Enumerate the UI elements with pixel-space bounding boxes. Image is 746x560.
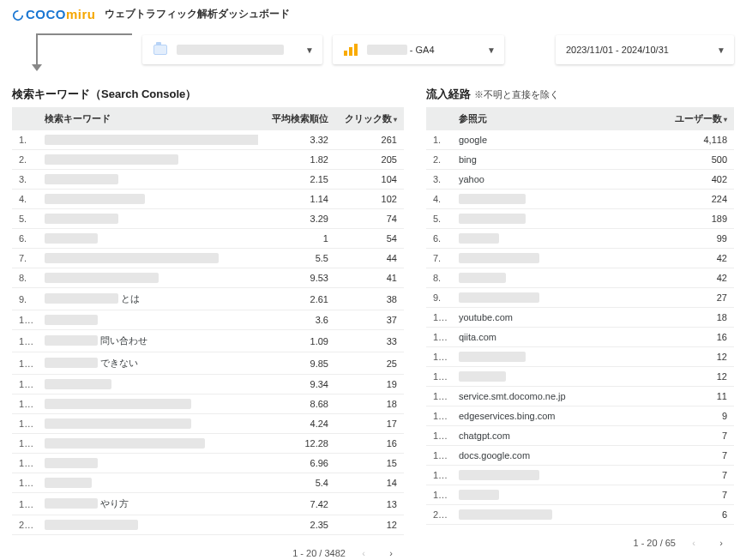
row-clicks: 104: [335, 170, 404, 190]
row-index: 19.: [12, 493, 38, 515]
row-clicks: 14: [335, 473, 404, 493]
table-row[interactable]: 14.██████████████████████8.6818: [12, 394, 404, 414]
table-row[interactable]: 14.service.smt.docomo.ne.jp11: [426, 387, 734, 406]
panel-subnote: ※不明と直接を除く: [474, 89, 559, 99]
table-row[interactable]: 18.████████████7: [426, 466, 734, 485]
row-index: 18.: [12, 473, 38, 493]
table-row[interactable]: 8.███████42: [426, 268, 734, 288]
col-keyword[interactable]: 検索キーワード: [38, 107, 258, 130]
row-avg-position: 4.24: [258, 414, 335, 434]
property-selector[interactable]: ████████████████ ▼: [142, 35, 322, 64]
table-row[interactable]: 13.███████12: [426, 367, 734, 387]
table-row[interactable]: 19.██████7: [426, 485, 734, 505]
table-row[interactable]: 3.███████████2.15104: [12, 170, 404, 190]
table-row[interactable]: 17.████████6.9615: [12, 454, 404, 473]
analytics-icon: [343, 42, 358, 57]
date-range-label: 2023/11/01 - 2024/10/31: [566, 45, 669, 55]
row-index: 8.: [426, 268, 452, 288]
pager-prev-button[interactable]: ‹: [684, 533, 703, 552]
pager-prev-button[interactable]: ‹: [354, 544, 373, 560]
table-row[interactable]: 8.█████████████████9.5341: [12, 268, 404, 288]
row-users: 224: [657, 190, 734, 209]
table-row[interactable]: 12.████████ できない9.8525: [12, 352, 404, 375]
table-row[interactable]: 2.████████████████████1.82205: [12, 150, 404, 170]
row-keyword: ████████: [38, 454, 258, 473]
table-row[interactable]: 15.██████████████████████4.2417: [12, 414, 404, 434]
row-avg-position: 1.09: [258, 330, 335, 352]
row-keyword: ██████████: [38, 375, 258, 394]
row-keyword: █████████████████: [38, 268, 258, 288]
table-row[interactable]: 1.████████████████████████████████████3.…: [12, 130, 404, 150]
app-header: COCOmiru ウェブトラフィック解析ダッシュボード: [0, 0, 746, 28]
table-row[interactable]: 19.████████ やり方7.4213: [12, 493, 404, 515]
table-row[interactable]: 4.██████████224: [426, 190, 734, 209]
table-row[interactable]: 4.███████████████1.14102: [12, 190, 404, 209]
ga4-property-selector[interactable]: ██████ - GA4 ▼: [333, 35, 504, 64]
chevron-down-icon: ▼: [487, 45, 496, 55]
col-avg-position[interactable]: 平均検索順位: [258, 107, 335, 130]
row-keyword: ███████████: [38, 170, 258, 190]
table-row[interactable]: 3.yahoo402: [426, 170, 734, 190]
row-source: service.smt.docomo.ne.jp: [452, 387, 657, 406]
row-index: 12.: [12, 352, 38, 375]
col-index: [12, 107, 38, 130]
row-index: 17.: [12, 454, 38, 473]
sources-pager: 1 - 20 / 65 ‹ ›: [426, 525, 734, 552]
row-index: 1.: [12, 130, 38, 150]
table-row[interactable]: 12.██████████12: [426, 347, 734, 367]
table-row[interactable]: 6.██████99: [426, 229, 734, 249]
table-row[interactable]: 9.████████████27: [426, 288, 734, 308]
row-keyword: ██████████████████████: [38, 414, 258, 434]
table-row[interactable]: 10.youtube.com18: [426, 308, 734, 328]
row-clicks: 54: [335, 229, 404, 249]
row-clicks: 261: [335, 130, 404, 150]
property-selector-label: ████████████████: [177, 45, 284, 55]
row-avg-position: 8.68: [258, 394, 335, 414]
row-index: 5.: [12, 209, 38, 229]
col-clicks[interactable]: クリック数: [335, 107, 404, 130]
table-row[interactable]: 13.██████████9.3419: [12, 375, 404, 394]
date-range-selector[interactable]: 2023/11/01 - 2024/10/31 ▼: [556, 35, 734, 64]
table-row[interactable]: 18.███████5.414: [12, 473, 404, 493]
table-row[interactable]: 7.████████████42: [426, 249, 734, 268]
pager-next-button[interactable]: ›: [382, 544, 400, 560]
row-clicks: 102: [335, 190, 404, 209]
table-row[interactable]: 1.google4,118: [426, 130, 734, 150]
table-row[interactable]: 5.███████████3.2974: [12, 209, 404, 229]
table-row[interactable]: 17.docs.google.com7: [426, 446, 734, 466]
row-source: chatgpt.com: [452, 426, 657, 446]
row-index: 12.: [426, 347, 452, 367]
table-row[interactable]: 2.bing500: [426, 150, 734, 170]
table-row[interactable]: 11.████████ 問い合わせ1.0933: [12, 330, 404, 352]
row-avg-position: 9.85: [258, 352, 335, 375]
table-row[interactable]: 16.████████████████████████12.2816: [12, 434, 404, 454]
table-row[interactable]: 7.██████████████████████████5.544: [12, 249, 404, 268]
table-row[interactable]: 9.███████████ とは2.6138: [12, 288, 404, 310]
row-avg-position: 1.14: [258, 190, 335, 209]
col-source[interactable]: 参照元: [452, 107, 657, 130]
row-index: 15.: [426, 406, 452, 426]
table-row[interactable]: 15.edgeservices.bing.com9: [426, 406, 734, 426]
table-row[interactable]: 16.chatgpt.com7: [426, 426, 734, 446]
table-row[interactable]: 20.██████████████6: [426, 505, 734, 525]
table-row[interactable]: 20.██████████████2.3512: [12, 515, 404, 535]
row-keyword: ██████████████████████: [38, 394, 258, 414]
row-clicks: 19: [335, 375, 404, 394]
ga4-selector-label: ██████ - GA4: [367, 45, 435, 55]
row-index: 19.: [426, 485, 452, 505]
row-users: 42: [657, 268, 734, 288]
col-users[interactable]: ユーザー数: [657, 107, 734, 130]
row-clicks: 205: [335, 150, 404, 170]
row-index: 13.: [12, 375, 38, 394]
row-index: 11.: [12, 330, 38, 352]
pager-next-button[interactable]: ›: [712, 533, 731, 552]
flow-arrow-graphic: [12, 28, 132, 71]
table-header-row: 参照元 ユーザー数: [426, 107, 734, 130]
row-source: ██████████: [452, 209, 657, 229]
table-row[interactable]: 5.██████████189: [426, 209, 734, 229]
row-index: 20.: [12, 515, 38, 535]
table-row[interactable]: 10.████████3.637: [12, 310, 404, 330]
table-row[interactable]: 6.████████154: [12, 229, 404, 249]
row-source: google: [452, 130, 657, 150]
table-row[interactable]: 11.qiita.com16: [426, 328, 734, 347]
